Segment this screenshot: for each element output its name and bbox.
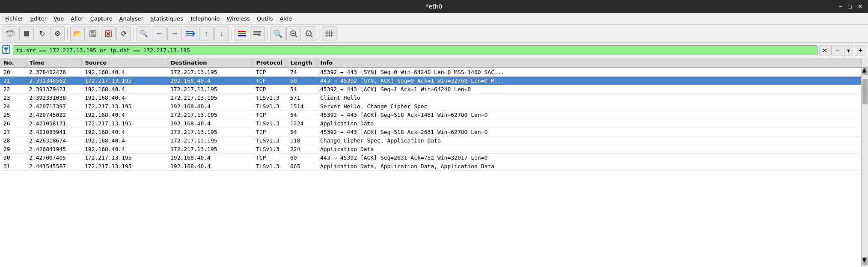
- packet-proto: TLSv1.3: [253, 94, 287, 102]
- packet-len: 224: [287, 145, 317, 154]
- filter-input[interactable]: [13, 45, 817, 55]
- table-row[interactable]: 312.441545587172.217.13.195192.168.40.4T…: [0, 162, 868, 171]
- toolbar-separator-4: [267, 28, 268, 40]
- packet-proto: TLSv1.3: [253, 102, 287, 111]
- packet-no: 28: [0, 136, 26, 145]
- packet-proto: TCP: [253, 85, 287, 94]
- filter-apply-button[interactable]: →: [831, 45, 843, 56]
- menu-aller[interactable]: Aller: [67, 15, 86, 23]
- packet-len: 54: [287, 128, 317, 136]
- packet-time: 2.392331038: [26, 94, 81, 102]
- table-row[interactable]: 272.421083941192.168.40.4172.217.13.195T…: [0, 128, 868, 136]
- packet-no: 21: [0, 77, 26, 85]
- table-row[interactable]: 282.426318674192.168.40.4172.217.13.195T…: [0, 136, 868, 145]
- packet-no: 20: [0, 68, 26, 77]
- menu-vue[interactable]: Vue: [50, 15, 67, 23]
- auto-scroll-button[interactable]: [250, 27, 265, 41]
- svg-rect-12: [238, 33, 246, 34]
- zoom-normal-button[interactable]: 1: [302, 27, 316, 41]
- packet-src: 192.168.40.4: [81, 68, 167, 77]
- stop-capture-button[interactable]: [19, 27, 34, 41]
- packet-len: 665: [287, 162, 317, 171]
- table-row[interactable]: 232.392331038192.168.40.4172.217.13.195T…: [0, 94, 868, 102]
- menu-wireless[interactable]: Wireless: [223, 15, 253, 23]
- restart-capture-button[interactable]: ↻: [35, 27, 49, 41]
- menu-editer[interactable]: Editer: [27, 15, 51, 23]
- col-header-info[interactable]: Info: [317, 58, 868, 68]
- col-header-destination[interactable]: Destination: [167, 58, 253, 68]
- filter-clear-button[interactable]: ✕: [819, 45, 830, 56]
- zoom-in-button[interactable]: 🔍: [270, 27, 285, 41]
- packet-info: Application Data: [317, 119, 868, 128]
- packet-no: 25: [0, 111, 26, 119]
- go-forward-button[interactable]: →: [167, 27, 182, 41]
- menu-aide[interactable]: Aide: [276, 15, 295, 23]
- table-row[interactable]: 302.427007405172.217.13.195192.168.40.4T…: [0, 154, 868, 162]
- packet-src: 172.217.13.195: [81, 119, 167, 128]
- close-file-button[interactable]: [101, 27, 116, 41]
- scrollbar-down-arrow[interactable]: ▼: [862, 257, 868, 265]
- col-header-no[interactable]: No.: [0, 58, 26, 68]
- toolbar-separator-5: [319, 28, 319, 40]
- zoom-out-button[interactable]: [286, 27, 301, 41]
- scrollbar-up-arrow[interactable]: ▲: [862, 67, 868, 75]
- go-first-button[interactable]: ↑: [199, 27, 214, 41]
- packet-no: 31: [0, 162, 26, 171]
- save-file-button[interactable]: [86, 27, 100, 41]
- packet-len: 74: [287, 68, 317, 77]
- table-row[interactable]: 222.391379421192.168.40.4172.217.13.195T…: [0, 85, 868, 94]
- menu-capture[interactable]: Capture: [87, 15, 116, 23]
- col-header-protocol[interactable]: Protocol: [253, 58, 287, 68]
- close-button[interactable]: ✕: [856, 3, 865, 10]
- table-row[interactable]: 202.378402476192.168.40.4172.217.13.195T…: [0, 68, 868, 77]
- packet-len: 118: [287, 136, 317, 145]
- resize-columns-button[interactable]: [322, 27, 336, 41]
- menu-fichier[interactable]: Fichier: [2, 15, 27, 23]
- table-row[interactable]: 252.420745022192.168.40.4172.217.13.195T…: [0, 111, 868, 119]
- reload-file-button[interactable]: ⟳: [116, 27, 131, 41]
- colorize-button[interactable]: [235, 27, 249, 41]
- packet-src: 192.168.40.4: [81, 111, 167, 119]
- menu-outils[interactable]: Outils: [253, 15, 276, 23]
- packet-info: Application Data: [317, 145, 868, 154]
- vertical-scrollbar[interactable]: ▲ ▼: [861, 58, 868, 267]
- filter-add-button[interactable]: +: [855, 45, 866, 56]
- capture-options-button[interactable]: ⚙: [50, 27, 65, 41]
- col-header-length[interactable]: Length: [287, 58, 317, 68]
- table-row[interactable]: 262.421058171172.217.13.195192.168.40.4T…: [0, 119, 868, 128]
- svg-marker-10: [193, 30, 195, 37]
- open-file-button[interactable]: 📂: [70, 27, 85, 41]
- go-back-button[interactable]: ←: [152, 27, 166, 41]
- table-header: No. Time Source Destination Protocol Len…: [0, 58, 868, 68]
- svg-rect-2: [91, 31, 94, 33]
- packet-time: 2.421058171: [26, 119, 81, 128]
- start-capture-button[interactable]: 🦈: [2, 27, 18, 41]
- packet-time: 2.391348562: [26, 77, 81, 85]
- go-to-button[interactable]: [183, 27, 198, 41]
- menu-analyser[interactable]: Analyser: [116, 15, 147, 23]
- go-last-button[interactable]: ↓: [214, 27, 229, 41]
- table-row[interactable]: 212.391348562172.217.13.195192.168.40.4T…: [0, 77, 868, 85]
- svg-rect-7: [186, 31, 193, 32]
- packet-dst: 172.217.13.195: [167, 85, 253, 94]
- menu-statistiques[interactable]: Statistiques: [147, 15, 187, 23]
- packet-time: 2.421083941: [26, 128, 81, 136]
- packet-dst: 172.217.13.195: [167, 136, 253, 145]
- table-row[interactable]: 242.420717397172.217.13.195192.168.40.4T…: [0, 102, 868, 111]
- restore-button[interactable]: □: [847, 3, 853, 10]
- packet-src: 172.217.13.195: [81, 77, 167, 85]
- svg-text:1: 1: [307, 32, 309, 36]
- menu-telephonie[interactable]: Telephonie: [187, 15, 223, 23]
- packet-info: 443 → 45392 [SYN, ACK] Seq=0 Ack=1 Win=3…: [317, 77, 868, 85]
- minimize-button[interactable]: −: [837, 3, 844, 10]
- packet-src: 172.217.13.195: [81, 102, 167, 111]
- packet-dst: 192.168.40.4: [167, 154, 253, 162]
- col-header-time[interactable]: Time: [26, 58, 81, 68]
- find-packet-button[interactable]: 🔍: [137, 27, 151, 41]
- filter-icon: [2, 45, 10, 56]
- scrollbar-thumb[interactable]: [862, 79, 868, 104]
- filter-dropdown-button[interactable]: ▾: [844, 45, 853, 56]
- packet-dst: 192.168.40.4: [167, 102, 253, 111]
- col-header-source[interactable]: Source: [81, 58, 167, 68]
- table-row[interactable]: 292.426841945192.168.40.4172.217.13.195T…: [0, 145, 868, 154]
